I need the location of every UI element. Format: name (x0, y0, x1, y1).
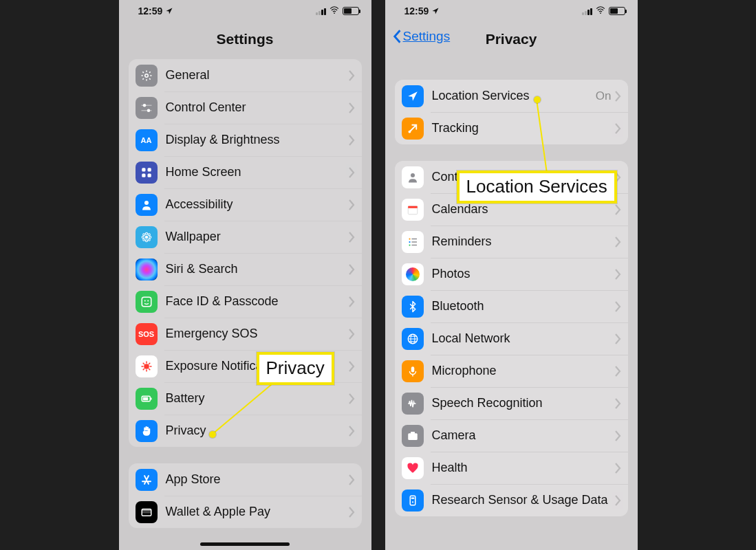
chevron-right-icon (614, 333, 621, 344)
row-camera[interactable]: Camera (395, 419, 628, 452)
row-label: Bluetooth (432, 299, 614, 314)
row-privacy[interactable]: Privacy (129, 415, 362, 447)
row-label: Health (432, 461, 614, 475)
page-title: Privacy (486, 31, 537, 47)
row-general[interactable]: General (129, 59, 362, 91)
row-control-center[interactable]: Control Center (129, 91, 362, 124)
chevron-right-icon (614, 301, 621, 312)
screenshot-settings: 12:59 Settings General Control Center (119, 0, 371, 550)
face-id-icon (136, 291, 158, 313)
row-label: Local Network (432, 331, 614, 346)
microphone-icon (402, 360, 424, 382)
chevron-right-icon (614, 123, 621, 134)
text-size-icon: AA (136, 129, 158, 151)
row-location-services[interactable]: Location Services On (395, 80, 628, 112)
row-label: Wallpaper (166, 230, 348, 244)
row-display-brightness[interactable]: AA Display & Brightness (129, 124, 362, 156)
back-label: Settings (403, 29, 451, 44)
row-label: General (166, 68, 348, 82)
row-accessibility[interactable]: Accessibility (129, 188, 362, 221)
nav-header: Settings (119, 22, 371, 56)
sliders-icon (136, 97, 158, 119)
chevron-right-icon (348, 361, 355, 372)
apps-icon (136, 162, 158, 184)
health-icon (402, 457, 424, 479)
chevron-right-icon (348, 329, 355, 340)
row-label: Research Sensor & Usage Data (432, 493, 614, 507)
row-app-store[interactable]: App Store (129, 463, 362, 496)
reminders-icon (402, 231, 424, 253)
status-time: 12:59 (404, 6, 429, 16)
bluetooth-icon (402, 296, 424, 318)
wallet-icon (136, 501, 158, 523)
back-button[interactable]: Settings (392, 29, 451, 44)
row-battery[interactable]: Battery (129, 382, 362, 415)
chevron-right-icon (348, 167, 355, 178)
row-label: Speech Recognition (432, 396, 614, 410)
row-label: Microphone (432, 364, 614, 378)
chevron-right-icon (348, 507, 355, 518)
row-label: Home Screen (166, 165, 348, 179)
row-local-network[interactable]: Local Network (395, 322, 628, 355)
row-label: Photos (432, 267, 614, 281)
chevron-right-icon (614, 495, 621, 506)
row-wallet-apple-pay[interactable]: Wallet & Apple Pay (129, 496, 362, 528)
nav-header: Settings Privacy (385, 22, 638, 56)
wifi-icon (330, 6, 339, 17)
chevron-right-icon (614, 269, 621, 280)
row-reminders[interactable]: Reminders (395, 226, 628, 258)
sos-icon: SOS (136, 323, 158, 345)
settings-group-main: General Control Center AA Display & Brig… (129, 59, 362, 447)
chevron-right-icon (614, 463, 621, 474)
row-research-sensor-usage[interactable]: Research Sensor & Usage Data (395, 484, 628, 516)
chevron-left-icon (392, 29, 402, 44)
row-home-screen[interactable]: Home Screen (129, 156, 362, 188)
row-label: Display & Brightness (166, 133, 348, 147)
accessibility-icon (136, 194, 158, 216)
row-photos[interactable]: Photos (395, 258, 628, 290)
status-time: 12:59 (138, 6, 163, 16)
privacy-group-data: Contacts Calendars Reminders Photos Blue (395, 161, 628, 516)
row-siri-search[interactable]: Siri & Search (129, 253, 362, 285)
photos-icon (402, 263, 424, 285)
home-indicator[interactable] (200, 542, 290, 546)
chevron-right-icon (614, 91, 621, 102)
row-label: Emergency SOS (166, 327, 348, 341)
wallpaper-icon (136, 226, 158, 248)
row-tracking[interactable]: Tracking (395, 112, 628, 144)
row-face-id-passcode[interactable]: Face ID & Passcode (129, 285, 362, 318)
exposure-icon (136, 355, 158, 377)
chevron-right-icon (348, 296, 355, 307)
row-label: Accessibility (166, 197, 348, 212)
row-label: Tracking (432, 121, 614, 135)
cell-signal-icon (316, 7, 326, 15)
screenshot-privacy: 12:59 Settings Privacy Location Services… (385, 0, 638, 550)
chevron-right-icon (348, 70, 355, 81)
row-label: Location Services (432, 89, 596, 103)
row-label: Reminders (432, 234, 614, 249)
callout-text: Privacy (266, 358, 325, 378)
page-title: Settings (217, 31, 274, 47)
callout-text: Location Services (466, 176, 607, 197)
settings-group-store: App Store Wallet & Apple Pay (129, 463, 362, 528)
row-label: Wallet & Apple Pay (166, 505, 348, 519)
callout-location-services: Location Services (457, 170, 617, 204)
row-speech-recognition[interactable]: Speech Recognition (395, 387, 628, 419)
callout-privacy: Privacy (257, 352, 334, 385)
callout-dot (534, 96, 541, 103)
chevron-right-icon (348, 102, 355, 113)
status-bar: 12:59 (119, 0, 371, 22)
status-bar: 12:59 (385, 0, 638, 22)
chevron-right-icon (614, 236, 621, 248)
row-health[interactable]: Health (395, 452, 628, 484)
row-label: Battery (166, 391, 348, 406)
row-wallpaper[interactable]: Wallpaper (129, 221, 362, 253)
row-microphone[interactable]: Microphone (395, 355, 628, 387)
row-bluetooth[interactable]: Bluetooth (395, 290, 628, 322)
location-arrow-icon (431, 7, 440, 15)
cell-signal-icon (582, 7, 592, 15)
calendar-icon (402, 199, 424, 221)
speech-icon (402, 393, 424, 415)
contacts-icon (402, 166, 424, 188)
row-emergency-sos[interactable]: SOS Emergency SOS (129, 318, 362, 350)
